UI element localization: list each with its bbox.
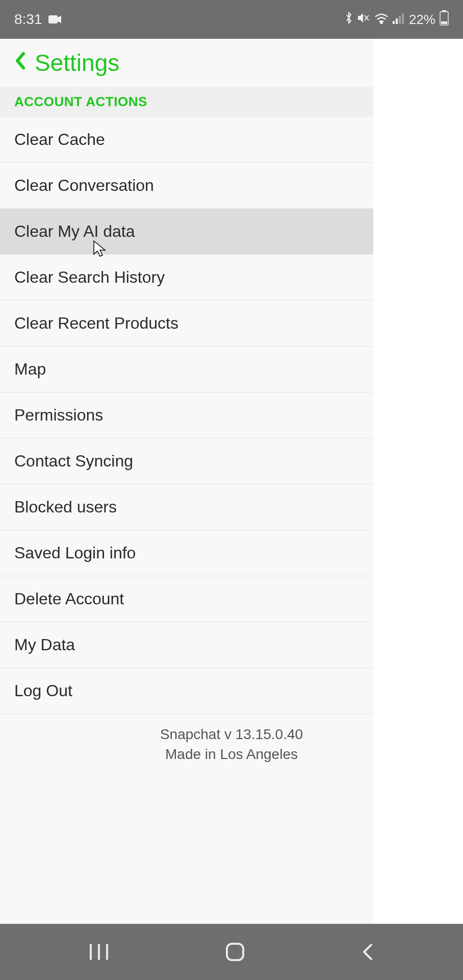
list-item-label: Saved Login info xyxy=(14,544,136,562)
page-title: Settings xyxy=(35,49,119,77)
list-item-label: Clear Recent Products xyxy=(14,314,178,332)
recents-icon[interactable] xyxy=(89,943,109,961)
list-item-label: Log Out xyxy=(14,681,72,700)
status-left: 8:31 xyxy=(14,11,62,28)
back-icon[interactable] xyxy=(14,52,27,75)
list-item-label: Blocked users xyxy=(14,498,117,516)
status-bar: 8:31 xyxy=(0,0,463,39)
android-nav-bar xyxy=(0,924,463,980)
list-item-label: Delete Account xyxy=(14,590,124,608)
svg-rect-10 xyxy=(441,21,447,24)
camera-icon xyxy=(48,11,62,28)
signal-icon xyxy=(393,12,405,28)
svg-point-3 xyxy=(380,22,382,23)
svg-rect-5 xyxy=(396,18,398,24)
right-edge-panel xyxy=(373,39,463,924)
status-time: 8:31 xyxy=(14,11,42,28)
list-item-label: Clear Cache xyxy=(14,130,105,149)
list-item-label: Clear Conversation xyxy=(14,176,154,194)
bluetooth-icon xyxy=(345,11,353,28)
svg-rect-0 xyxy=(48,15,58,23)
wifi-icon xyxy=(374,12,389,28)
battery-percent: 22% xyxy=(409,12,435,28)
svg-rect-14 xyxy=(227,944,243,960)
home-icon[interactable] xyxy=(225,942,245,962)
list-item-label: Permissions xyxy=(14,406,103,424)
back-nav-icon[interactable] xyxy=(361,942,374,962)
list-item-label: Clear Search History xyxy=(14,268,165,286)
battery-icon xyxy=(440,10,449,29)
list-item-label: Map xyxy=(14,360,46,378)
list-item-label: Clear My AI data xyxy=(14,222,135,240)
status-right: 22% xyxy=(345,10,449,29)
list-item-label: Contact Syncing xyxy=(14,452,133,470)
mute-icon xyxy=(357,12,370,28)
svg-rect-4 xyxy=(393,21,395,24)
list-item-label: My Data xyxy=(14,635,75,654)
svg-rect-7 xyxy=(402,13,404,24)
svg-rect-6 xyxy=(399,16,401,24)
